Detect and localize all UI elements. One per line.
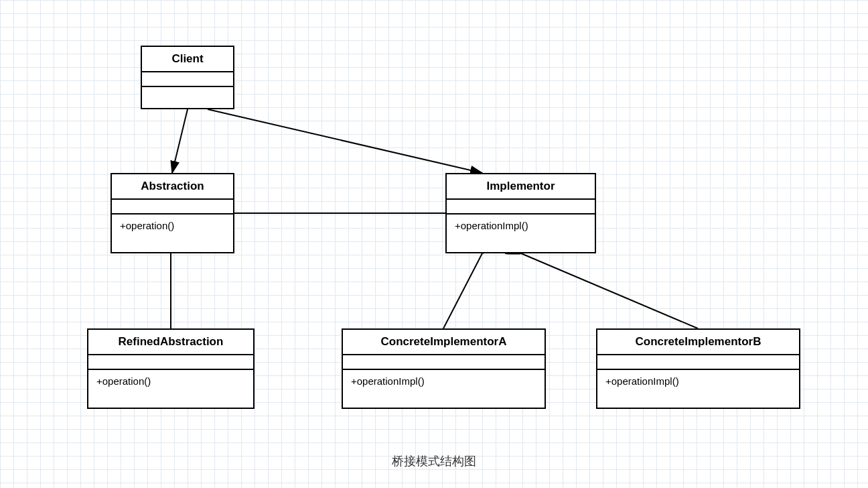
abstraction-class-methods: +operation() — [112, 215, 233, 237]
concrete-impl-b-class-name: ConcreteImplementorB — [597, 330, 799, 355]
abstraction-class: Abstraction +operation() — [111, 173, 234, 253]
refined-abstraction-class-methods: +operation() — [88, 370, 253, 392]
diagram-container: Client Abstraction +operation() Implemen… — [0, 0, 868, 488]
concrete-impl-b-class-divider — [597, 355, 799, 370]
refined-abstraction-class-divider — [88, 355, 253, 370]
abstraction-class-name: Abstraction — [112, 174, 233, 200]
abstraction-class-divider — [112, 200, 233, 215]
refined-abstraction-class-name: RefinedAbstraction — [88, 330, 253, 355]
client-class-divider — [142, 72, 233, 87]
implementor-class-name: Implementor — [447, 174, 595, 200]
svg-line-3 — [172, 109, 188, 173]
implementor-class-methods: +operationImpl() — [447, 215, 595, 237]
concrete-impl-a-class-name: ConcreteImplementorA — [343, 330, 545, 355]
concrete-impl-b-class: ConcreteImplementorB +operationImpl() — [596, 328, 800, 409]
implementor-class: Implementor +operationImpl() — [445, 173, 596, 253]
svg-line-7 — [443, 253, 482, 328]
implementor-class-divider — [447, 200, 595, 215]
refined-abstraction-class: RefinedAbstraction +operation() — [87, 328, 255, 409]
diagram-caption: 桥接模式结构图 — [392, 453, 476, 469]
concrete-impl-a-class-divider — [343, 355, 545, 370]
client-class: Client — [141, 46, 234, 109]
concrete-impl-a-class-methods: +operationImpl() — [343, 370, 545, 392]
svg-line-4 — [208, 109, 482, 173]
svg-line-8 — [521, 253, 698, 328]
concrete-impl-b-class-methods: +operationImpl() — [597, 370, 799, 392]
client-class-name: Client — [142, 47, 233, 72]
concrete-impl-a-class: ConcreteImplementorA +operationImpl() — [342, 328, 546, 409]
